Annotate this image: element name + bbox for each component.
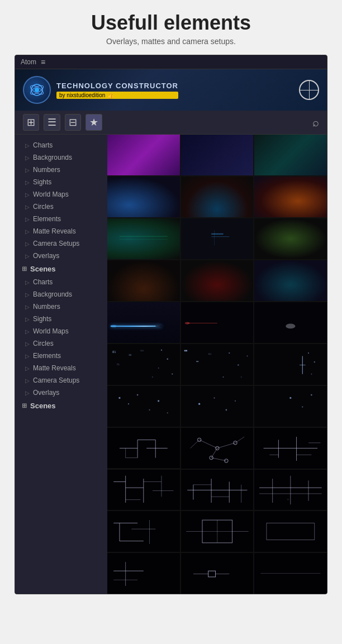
svg-point-35 [314,361,315,362]
app-logo [23,76,51,104]
sidebar-item-charts-1[interactable]: ▷ Charts [15,139,107,151]
toolbar-btn-sliders[interactable]: ⊞ [23,114,39,131]
svg-point-21 [158,368,159,369]
grid-cell[interactable] [254,344,327,385]
crosshair-icon [299,80,319,100]
sidebar-item-icon: ▷ [25,241,30,247]
top-bar: Atom ≡ [15,55,327,69]
sidebar-item-elements-1[interactable]: ▷ Elements [15,213,107,225]
svg-point-38 [128,403,129,404]
hamburger-icon[interactable]: ≡ [41,58,45,66]
grid-cell[interactable] [254,511,327,552]
toolbar-btn-star[interactable]: ★ [86,114,102,131]
sidebar-item-icon: ▷ [25,328,30,335]
sidebar-section-scenes-1[interactable]: ⊞ Scenes [15,262,107,276]
content-area: 81 38 71 011 [107,135,327,594]
grid-cell[interactable] [107,511,180,552]
toolbar-btn-list[interactable]: ☰ [44,114,60,131]
svg-point-46 [235,400,236,401]
grid-cell[interactable] [181,135,254,175]
scenes-section-icon: ⊞ [22,265,27,273]
sidebar-item-numbers-1[interactable]: ▷ Numbers [15,164,107,176]
svg-text:□: □ [288,498,289,500]
sidebar-item-mattereveals-2[interactable]: ▷ Matte Reveals [15,362,107,374]
sidebar-item-backgrounds-2[interactable]: ▷ Backgrounds [15,288,107,300]
sidebar-item-mattereveals-1[interactable]: ▷ Matte Reveals [15,225,107,237]
grid-cell[interactable] [181,260,254,301]
banner-badge: by nixstudioedition 👍 [56,92,178,99]
svg-line-62 [199,440,217,448]
svg-point-49 [311,394,312,395]
sidebar-item-worldmaps-2[interactable]: ▷ World Maps [15,325,107,337]
sidebar-item-camerasetups-1[interactable]: ▷ Camera Setups [15,237,107,250]
sidebar-item-overlays-2[interactable]: ▷ Overlays [15,387,107,399]
sidebar-item-sights-1[interactable]: ▷ Sights [15,176,107,188]
sidebar-item-icon: ▷ [25,228,30,235]
sidebar-item-numbers-2[interactable]: ▷ Numbers [15,300,107,313]
svg-text:71: 71 [117,362,120,365]
grid-cell[interactable] [107,260,180,301]
svg-point-29 [246,355,248,356]
grid-cell[interactable] [254,428,327,469]
sidebar-item-backgrounds-1[interactable]: ▷ Backgrounds [15,151,107,164]
grid-cell[interactable] [181,553,254,594]
grid-cell[interactable] [181,176,254,217]
grid-cell[interactable] [181,218,254,259]
header-logo-area: TECHNOLOGY CONSTRUCTOR by nixstudioediti… [23,76,178,104]
grid-cell[interactable] [181,386,254,427]
search-icon[interactable]: ⌕ [312,116,319,129]
grid-cell[interactable] [254,135,327,175]
grid-cell[interactable] [107,428,180,469]
svg-point-39 [137,394,139,395]
sidebar-item-icon: ▷ [25,353,30,359]
header-banner: TECHNOLOGY CONSTRUCTOR by nixstudioediti… [15,69,327,111]
grid-cell[interactable]: ■■ 011 ■■ [181,344,254,385]
svg-point-40 [149,409,150,410]
sidebar-item-icon: ▷ [25,365,30,371]
grid-cell[interactable] [107,553,180,594]
sidebar-item-circles-2[interactable]: ▷ Circles [15,337,107,350]
grid-cell[interactable] [107,386,180,427]
svg-point-28 [238,364,239,366]
sidebar-section-scenes-2[interactable]: ⊞ Scenes [15,399,107,413]
header-text: TECHNOLOGY CONSTRUCTOR by nixstudioediti… [56,82,178,99]
grid-cell[interactable]: □ [254,470,327,511]
sidebar-item-circles-1[interactable]: ▷ Circles [15,201,107,213]
toolbar: ⊞ ☰ ⊟ ★ ⌕ [15,111,327,135]
sidebar-item-worldmaps-1[interactable]: ▷ World Maps [15,188,107,201]
svg-text:■■: ■■ [196,360,198,362]
grid-cell[interactable] [254,218,327,259]
grid-cell[interactable] [181,470,254,511]
svg-point-41 [158,400,159,402]
sidebar-item-overlays-1[interactable]: ▷ Overlays [15,250,107,262]
toolbar-btn-grid[interactable]: ⊟ [65,114,81,131]
grid-cell[interactable] [254,302,327,343]
grid-cell[interactable] [107,470,180,511]
grid-cell[interactable] [107,218,180,259]
svg-point-30 [222,376,224,378]
svg-rect-112 [208,571,215,578]
grid-cell[interactable] [107,176,180,217]
sidebar-item-elements-2[interactable]: ▷ Elements [15,350,107,362]
svg-line-63 [217,442,235,448]
svg-line-67 [235,437,244,443]
grid-cell[interactable] [254,260,327,301]
grid-cell[interactable] [254,553,327,594]
grid-cell[interactable] [254,176,327,217]
grid-cell[interactable]: 81 38 71 011 [107,344,180,385]
sidebar-item-icon: ▷ [25,155,30,161]
grid-cell[interactable] [181,511,254,552]
sidebar-item-charts-2[interactable]: ▷ Charts [15,276,107,288]
sidebar-item-sights-2[interactable]: ▷ Sights [15,313,107,325]
sidebar-item-camerasetups-2[interactable]: ▷ Camera Setups [15,374,107,387]
svg-line-66 [190,440,199,448]
grid-cell[interactable] [254,386,327,427]
sidebar-item-icon: ▷ [25,179,30,185]
sidebar-item-icon: ▷ [25,204,30,210]
grid-cell[interactable] [181,428,254,469]
grid-cell[interactable] [107,302,180,343]
grid-cell[interactable] [181,302,254,343]
grid-cell[interactable] [107,135,180,175]
sidebar-item-icon: ▷ [25,142,30,149]
svg-point-13 [185,322,190,324]
